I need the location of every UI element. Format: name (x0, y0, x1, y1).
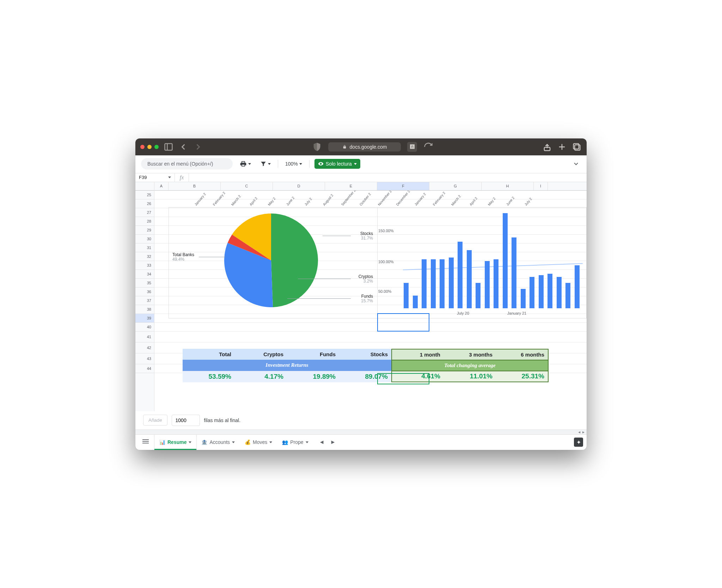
y-tick: 100.00% (378, 260, 393, 264)
y-tick: 50.00% (378, 289, 391, 293)
horizontal-scrollbar[interactable]: ◄► (135, 429, 587, 434)
pie-pct-funds: 15.7% (361, 299, 373, 304)
sheet-tab[interactable]: 🏦Accounts (196, 435, 240, 450)
name-box-value: F39 (139, 175, 147, 180)
print-button[interactable] (238, 159, 253, 169)
row-header[interactable]: 42 (135, 342, 154, 353)
shield-icon[interactable] (312, 142, 322, 152)
pie-label-cryptos: Cryptos (359, 274, 373, 279)
row-header[interactable]: 37 (135, 296, 154, 305)
svg-rect-8 (142, 441, 149, 442)
sheet-tab-bar: 📊Resume🏦Accounts💰Moves👥Prope ◄ ► ✦ (135, 434, 587, 450)
pie-label-stocks: Stocks (360, 231, 373, 236)
pie-label-banks: Total Banks (172, 253, 194, 258)
column-headers: ABCDEFGHI (154, 182, 587, 191)
add-rows-button[interactable]: Añade (143, 415, 167, 426)
back-button[interactable] (178, 142, 188, 152)
row-header[interactable]: 32 (135, 252, 154, 261)
view-mode-label: Solo lectura (326, 161, 352, 167)
row-header[interactable]: 29 (135, 226, 154, 235)
chart-container: Total Banks 49.4% Stocks 31.7% Cryptos 3… (169, 207, 587, 318)
translate-icon[interactable]: 🅰 (407, 142, 417, 152)
share-icon[interactable] (542, 142, 552, 152)
svg-rect-5 (575, 145, 580, 150)
chevron-down-icon[interactable] (232, 441, 235, 443)
row-header[interactable]: 35 (135, 279, 154, 287)
column-header[interactable]: E (325, 182, 377, 190)
x-annotation: July 20 (457, 311, 469, 315)
row-header[interactable]: 30 (135, 235, 154, 243)
minimize-window-icon[interactable] (147, 145, 152, 149)
menu-search[interactable]: Buscar en el menú (Opción+/) (141, 158, 233, 169)
chevron-down-icon[interactable] (189, 441, 191, 443)
formula-bar: F39 fx (135, 173, 587, 182)
column-header[interactable]: D (273, 182, 325, 190)
browser-window: docs.google.com 🅰 Buscar en el menú (Opc… (135, 138, 587, 450)
filter-button[interactable] (258, 159, 273, 168)
select-all-corner[interactable] (135, 182, 154, 191)
zoom-value: 100% (285, 161, 298, 167)
column-header[interactable]: H (482, 182, 534, 190)
row-header[interactable]: 44 (135, 364, 154, 373)
zoom-select[interactable]: 100% (283, 160, 304, 168)
row-header[interactable]: 31 (135, 243, 154, 252)
sidebar-toggle-icon[interactable] (164, 142, 173, 152)
reload-button[interactable] (423, 142, 433, 152)
row-header[interactable]: 38 (135, 305, 154, 314)
sheet-tab[interactable]: 👥Prope (277, 435, 313, 450)
tab-scroll-right[interactable]: ► (328, 437, 338, 447)
column-header[interactable]: C (221, 182, 273, 190)
column-header[interactable]: I (534, 182, 548, 190)
row-header[interactable]: 27 (135, 208, 154, 217)
pie-pct-stocks: 31.7% (360, 236, 373, 241)
column-header[interactable]: B (169, 182, 221, 190)
sheets-toolbar: Buscar en el menú (Opción+/) 100% Solo l… (135, 155, 587, 173)
close-window-icon[interactable] (140, 145, 145, 149)
row-header[interactable]: 33 (135, 261, 154, 270)
formula-input[interactable] (189, 173, 587, 182)
spreadsheet-grid[interactable]: 2526272829303132333435363738394041424344… (135, 182, 587, 411)
row-header[interactable]: 41 (135, 332, 154, 342)
sheet-tab[interactable]: 💰Moves (240, 435, 277, 450)
view-mode-pill[interactable]: Solo lectura (314, 159, 360, 169)
y-tick: 150.00% (378, 229, 393, 233)
chevron-down-icon[interactable] (269, 441, 272, 443)
row-header[interactable]: 28 (135, 217, 154, 226)
zoom-window-icon[interactable] (154, 145, 159, 149)
secondary-selection (377, 373, 429, 384)
forward-button[interactable] (193, 142, 203, 152)
add-rows-count[interactable] (172, 415, 200, 426)
row-header[interactable]: 26 (135, 199, 154, 208)
row-header[interactable]: 36 (135, 287, 154, 296)
svg-rect-6 (574, 143, 579, 149)
all-sheets-button[interactable] (139, 436, 152, 448)
column-header[interactable]: A (154, 182, 169, 190)
pie-label-funds: Funds (361, 294, 373, 299)
tab-scroll-left[interactable]: ◄ (317, 437, 327, 447)
row-header[interactable]: 25 (135, 191, 154, 199)
sheet-tab[interactable]: 📊Resume (154, 435, 196, 450)
browser-toolbar: docs.google.com 🅰 (135, 138, 587, 155)
svg-rect-9 (142, 443, 149, 444)
address-text: docs.google.com (350, 144, 387, 150)
svg-rect-0 (165, 143, 172, 150)
column-header[interactable]: F (377, 182, 429, 190)
new-tab-icon[interactable] (557, 142, 567, 152)
svg-rect-7 (142, 439, 149, 440)
address-bar[interactable]: docs.google.com (328, 142, 401, 151)
explore-button[interactable]: ✦ (574, 438, 583, 447)
lock-icon (342, 144, 347, 149)
row-header[interactable]: 34 (135, 270, 154, 279)
collapse-toolbar-button[interactable] (571, 159, 581, 169)
window-controls (140, 145, 159, 149)
row-header[interactable]: 39 (135, 314, 154, 323)
name-box[interactable]: F39 (135, 173, 175, 182)
pie-pct-banks: 49.4% (172, 257, 194, 262)
add-rows-suffix: filas más al final. (204, 417, 240, 423)
row-headers: 2526272829303132333435363738394041424344 (135, 182, 154, 411)
chevron-down-icon[interactable] (306, 441, 308, 443)
tab-overview-icon[interactable] (572, 142, 582, 152)
row-header[interactable]: 40 (135, 323, 154, 332)
row-header[interactable]: 43 (135, 353, 154, 364)
column-header[interactable]: G (429, 182, 482, 190)
